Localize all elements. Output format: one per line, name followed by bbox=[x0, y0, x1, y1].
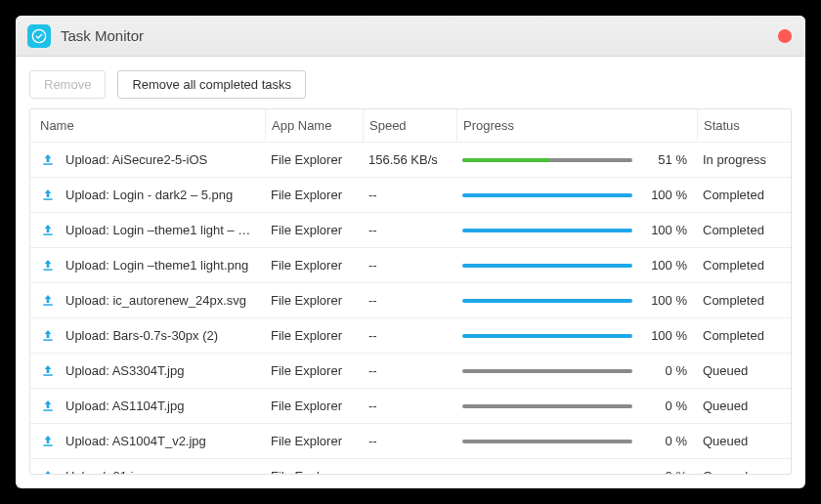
close-button[interactable] bbox=[778, 29, 792, 43]
cell-progress: 100 % bbox=[456, 223, 697, 237]
upload-icon bbox=[40, 258, 56, 273]
cell-app: File Explorer bbox=[265, 293, 363, 308]
col-header-progress[interactable]: Progress bbox=[456, 109, 697, 142]
progress-percent: 100 % bbox=[644, 328, 687, 343]
cell-app: File Explorer bbox=[265, 188, 363, 202]
progress-bar-fill bbox=[462, 193, 632, 197]
task-name: Upload: Login –theme1 light – 1... bbox=[65, 223, 251, 237]
progress-bar-fill bbox=[462, 158, 549, 162]
cell-name: Upload: AS1104T.jpg bbox=[30, 399, 265, 414]
task-name: Upload: ic_autorenew_24px.svg bbox=[65, 293, 246, 308]
svg-rect-2 bbox=[43, 198, 52, 199]
cell-status: Completed bbox=[697, 328, 791, 343]
cell-progress: 100 % bbox=[456, 188, 697, 202]
task-name: Upload: AiSecure2-5-iOS bbox=[65, 152, 207, 167]
cell-app: File Explorer bbox=[265, 399, 363, 413]
cell-app: File Explorer bbox=[265, 258, 363, 273]
svg-rect-5 bbox=[43, 304, 52, 305]
cell-status: In progress bbox=[697, 152, 791, 167]
svg-point-0 bbox=[32, 29, 45, 42]
task-name: Upload: AS1004T_v2.jpg bbox=[65, 434, 206, 448]
window-title: Task Monitor bbox=[61, 27, 144, 44]
cell-name: Upload: Login –theme1 light – 1... bbox=[30, 223, 265, 238]
upload-icon bbox=[40, 469, 56, 475]
cell-app: File Explorer bbox=[265, 363, 363, 378]
task-monitor-window: Task Monitor Remove Remove all completed… bbox=[16, 16, 805, 488]
remove-all-completed-button[interactable]: Remove all completed tasks bbox=[117, 70, 306, 99]
cell-status: Queued bbox=[697, 363, 791, 378]
cell-status: Completed bbox=[697, 188, 791, 202]
check-circle-icon bbox=[31, 28, 47, 44]
table-row[interactable]: Upload: ic_autorenew_24px.svgFile Explor… bbox=[30, 283, 791, 318]
cell-app: File Explorer bbox=[265, 469, 363, 474]
cell-name: Upload: ic_autorenew_24px.svg bbox=[30, 293, 265, 309]
cell-progress: 100 % bbox=[456, 293, 697, 308]
task-table: Name App Name Speed Progress Status Uplo… bbox=[29, 108, 792, 475]
cell-status: Queued bbox=[697, 399, 791, 413]
cell-app: File Explorer bbox=[265, 152, 363, 167]
upload-icon bbox=[40, 188, 56, 203]
col-header-app[interactable]: App Name bbox=[265, 109, 363, 142]
col-header-name[interactable]: Name bbox=[30, 109, 265, 142]
cell-name: Upload: AiSecure2-5-iOS bbox=[30, 152, 265, 168]
cell-status: Completed bbox=[697, 223, 791, 237]
table-row[interactable]: Upload: 01.jpgFile Explorer--0 %Queued bbox=[30, 459, 791, 474]
cell-speed: -- bbox=[363, 258, 456, 273]
task-name: Upload: Login - dark2 – 5.png bbox=[65, 188, 233, 202]
cell-speed: -- bbox=[363, 363, 456, 378]
table-row[interactable]: Upload: Bars-0.7s-30px (2)File Explorer-… bbox=[30, 318, 791, 354]
cell-speed: -- bbox=[363, 188, 456, 202]
progress-percent: 100 % bbox=[644, 223, 687, 237]
cell-progress: 100 % bbox=[456, 328, 697, 343]
table-header: Name App Name Speed Progress Status bbox=[30, 109, 791, 143]
task-name: Upload: AS3304T.jpg bbox=[65, 363, 184, 378]
task-table-scroll[interactable]: Name App Name Speed Progress Status Uplo… bbox=[30, 109, 791, 474]
table-row[interactable]: Upload: AiSecure2-5-iOSFile Explorer156.… bbox=[30, 143, 791, 178]
progress-percent: 100 % bbox=[644, 188, 687, 202]
task-name: Upload: 01.jpg bbox=[65, 469, 148, 474]
svg-rect-6 bbox=[43, 339, 52, 340]
cell-app: File Explorer bbox=[265, 223, 363, 237]
cell-speed: 156.56 KB/s bbox=[363, 152, 456, 167]
table-row[interactable]: Upload: Login –theme1 light.pngFile Expl… bbox=[30, 248, 791, 283]
table-row[interactable]: Upload: AS3304T.jpgFile Explorer--0 %Que… bbox=[30, 354, 791, 389]
upload-icon bbox=[40, 152, 56, 168]
progress-bar bbox=[462, 229, 632, 232]
progress-percent: 0 % bbox=[644, 434, 687, 448]
col-header-status[interactable]: Status bbox=[697, 109, 791, 142]
toolbar: Remove Remove all completed tasks bbox=[16, 57, 805, 108]
cell-speed: -- bbox=[363, 328, 456, 343]
progress-bar bbox=[462, 264, 632, 268]
cell-status: Completed bbox=[697, 258, 791, 273]
table-row[interactable]: Upload: AS1104T.jpgFile Explorer--0 %Que… bbox=[30, 389, 791, 424]
cell-speed: -- bbox=[363, 399, 456, 413]
upload-icon bbox=[40, 363, 56, 379]
progress-percent: 51 % bbox=[644, 152, 687, 167]
cell-progress: 100 % bbox=[456, 258, 697, 273]
progress-percent: 0 % bbox=[644, 469, 687, 474]
cell-name: Upload: AS3304T.jpg bbox=[30, 363, 265, 379]
cell-name: Upload: AS1004T_v2.jpg bbox=[30, 434, 265, 449]
cell-name: Upload: Login - dark2 – 5.png bbox=[30, 188, 265, 203]
app-icon bbox=[27, 24, 51, 48]
progress-bar bbox=[462, 299, 632, 303]
svg-rect-1 bbox=[43, 163, 52, 164]
cell-name: Upload: Login –theme1 light.png bbox=[30, 258, 265, 273]
remove-button[interactable]: Remove bbox=[29, 70, 106, 99]
cell-name: Upload: Bars-0.7s-30px (2) bbox=[30, 328, 265, 344]
table-row[interactable]: Upload: Login –theme1 light – 1...File E… bbox=[30, 213, 791, 248]
upload-icon bbox=[40, 434, 56, 449]
table-row[interactable]: Upload: AS1004T_v2.jpgFile Explorer--0 %… bbox=[30, 424, 791, 459]
col-header-speed[interactable]: Speed bbox=[363, 109, 456, 142]
task-name: Upload: AS1104T.jpg bbox=[65, 399, 184, 413]
cell-speed: -- bbox=[363, 434, 456, 448]
progress-bar-fill bbox=[462, 264, 632, 268]
titlebar: Task Monitor bbox=[16, 16, 805, 57]
progress-bar-fill bbox=[462, 334, 632, 338]
table-row[interactable]: Upload: Login - dark2 – 5.pngFile Explor… bbox=[30, 178, 791, 213]
upload-icon bbox=[40, 293, 56, 309]
upload-icon bbox=[40, 223, 56, 238]
progress-percent: 0 % bbox=[644, 399, 687, 413]
cell-status: Queued bbox=[697, 469, 791, 474]
cell-progress: 0 % bbox=[456, 399, 697, 413]
